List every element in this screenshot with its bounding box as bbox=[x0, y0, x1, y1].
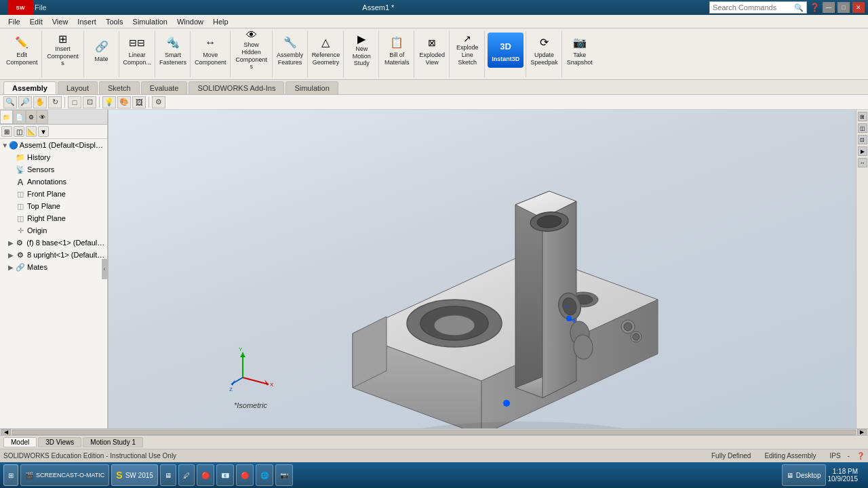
tree-item-top-plane[interactable]: ◫ Top Plane bbox=[0, 200, 107, 212]
instant3d-button[interactable]: 3D Instant3D bbox=[488, 33, 524, 68]
right-btn-5[interactable]: ↔ bbox=[858, 158, 867, 167]
right-btn-3[interactable]: ⊡ bbox=[858, 135, 867, 144]
taskbar-desktop[interactable]: 🖥 Desktop bbox=[782, 464, 826, 486]
tree-tab-feature[interactable]: 📁 bbox=[0, 110, 13, 124]
show-hidden-button[interactable]: 👁 ShowHiddenComponents bbox=[233, 33, 270, 68]
right-btn-2[interactable]: ◫ bbox=[858, 123, 867, 133]
taskbar-outlook[interactable]: 📧 bbox=[216, 464, 234, 486]
tree-item-origin[interactable]: ✛ Origin bbox=[0, 224, 107, 237]
assembly-features-button[interactable]: 🔧 AssemblyFeatures bbox=[275, 33, 305, 68]
menu-window[interactable]: Window bbox=[172, 16, 208, 27]
tree-tab-display[interactable]: 👁 bbox=[37, 110, 48, 124]
update-speedpak-button[interactable]: ⟳ UpdateSpeedpak bbox=[529, 33, 559, 68]
minimize-button[interactable]: — bbox=[823, 2, 835, 13]
tab-assembly[interactable]: Assembly bbox=[3, 81, 56, 94]
filter-btn-2[interactable]: ◫ bbox=[14, 126, 24, 137]
take-snapshot-button[interactable]: 📷 TakeSnapshot bbox=[565, 33, 595, 68]
search-box[interactable]: 🔍 bbox=[709, 1, 807, 14]
new-motion-button[interactable]: ▶ NewMotionStudy bbox=[347, 33, 376, 68]
taskbar-start[interactable]: ⊞ bbox=[3, 464, 18, 486]
menu-simulation[interactable]: Simulation bbox=[128, 16, 172, 27]
taskbar-screencast[interactable]: 🎬 SCREENCAST-O-MATIC bbox=[20, 464, 109, 486]
tree-collapse-handle[interactable]: ‹ bbox=[102, 259, 107, 279]
reference-geometry-button[interactable]: △ ReferenceGeometry bbox=[311, 33, 342, 68]
bottom-tab-motion-study[interactable]: Motion Study 1 bbox=[83, 437, 143, 447]
filter-btn-4[interactable]: ▼ bbox=[38, 126, 49, 137]
show-hidden-icon: 👁 bbox=[242, 29, 261, 41]
lights-icon[interactable]: 💡 bbox=[102, 96, 116, 108]
taskbar-app2[interactable]: 🔴 bbox=[236, 464, 254, 486]
app2-icon: 🔴 bbox=[241, 472, 249, 479]
maximize-button[interactable]: □ bbox=[837, 2, 850, 13]
section-view-icon[interactable]: ⊡ bbox=[83, 96, 96, 108]
appearance-icon[interactable]: 🎨 bbox=[117, 96, 131, 108]
rotate-icon[interactable]: ↻ bbox=[48, 96, 62, 108]
h-scrollbar[interactable]: ◀ ▶ bbox=[0, 428, 868, 435]
svg-marker-28 bbox=[240, 352, 245, 357]
help-icon[interactable]: ❓ bbox=[810, 3, 820, 12]
screencast-icon: 🎬 bbox=[25, 472, 33, 479]
tab-solidworks-addins[interactable]: SOLIDWORKS Add-Ins bbox=[189, 81, 284, 94]
feature-tree: 📁 📄 ⚙ 👁 ⊞ ◫ 📐 ▼ ▼ 🔵 Assem1 (De bbox=[0, 110, 108, 428]
tree-item-history[interactable]: 📁 History bbox=[0, 151, 107, 163]
right-btn-1[interactable]: ⊞ bbox=[858, 112, 867, 121]
tree-tab-property[interactable]: 📄 bbox=[13, 110, 26, 124]
taskbar-chrome[interactable]: 🌐 bbox=[256, 464, 273, 486]
search-input[interactable] bbox=[713, 3, 794, 12]
viewport[interactable]: ↑ ↑ ↖ X Y Z bbox=[108, 110, 868, 428]
edit-component-button[interactable]: ✏️ EditComponent bbox=[5, 33, 39, 68]
menu-help[interactable]: Help bbox=[208, 16, 233, 27]
tool-group-instant3d: 3D Instant3D bbox=[486, 31, 526, 77]
bottom-tab-3dviews[interactable]: 3D Views bbox=[38, 437, 81, 447]
pan-icon[interactable]: ✋ bbox=[33, 96, 47, 108]
close-button[interactable]: ✕ bbox=[852, 2, 865, 13]
move-component-button[interactable]: ↔ MoveComponent bbox=[193, 33, 228, 68]
display-mode-icon[interactable]: □ bbox=[68, 96, 81, 108]
tool-group-assembly: 🔧 AssemblyFeatures bbox=[273, 31, 308, 77]
taskbar-onenote[interactable]: 🖊 bbox=[178, 464, 195, 486]
linear-component-button[interactable]: ⊟⊟ LinearCompon... bbox=[122, 33, 153, 68]
toolbar-main: ✏️ EditComponent ⊞ InsertComponents 🔗 Ma… bbox=[0, 28, 868, 80]
taskbar-app1[interactable]: 🔴 bbox=[197, 464, 214, 486]
tab-layout[interactable]: Layout bbox=[58, 81, 98, 94]
title-bar-menu-file[interactable]: File bbox=[35, 3, 47, 12]
taskbar-sw2015[interactable]: S SW 2015 bbox=[111, 464, 157, 486]
menu-insert[interactable]: Insert bbox=[73, 16, 101, 27]
scroll-right-btn[interactable]: ▶ bbox=[857, 429, 867, 436]
scroll-thumb[interactable] bbox=[12, 430, 856, 435]
tree-item-assem1[interactable]: ▼ 🔵 Assem1 (Default<Display Sta bbox=[0, 139, 107, 151]
tree-item-mates[interactable]: ▶ 🔗 Mates bbox=[0, 261, 107, 273]
exploded-view-button[interactable]: ⊠ ExplodedView bbox=[417, 33, 447, 68]
tab-simulation[interactable]: Simulation bbox=[285, 81, 338, 94]
tree-item-annotations[interactable]: A Annotations bbox=[0, 176, 107, 188]
insert-components-button[interactable]: ⊞ InsertComponents bbox=[45, 33, 81, 68]
status-help-icon[interactable]: ❓ bbox=[856, 452, 865, 460]
tab-sketch[interactable]: Sketch bbox=[99, 81, 140, 94]
zoom-out-icon[interactable]: 🔎 bbox=[18, 96, 32, 108]
tree-item-upright[interactable]: ▶ ⚙ 8 upright<1> (Default<< bbox=[0, 249, 107, 261]
smart-fasteners-button[interactable]: 🔩 SmartFasteners bbox=[158, 33, 188, 68]
scroll-left-btn[interactable]: ◀ bbox=[1, 429, 11, 436]
menu-view[interactable]: View bbox=[47, 16, 73, 27]
taskbar-camera[interactable]: 📷 bbox=[275, 464, 293, 486]
menu-file[interactable]: File bbox=[3, 16, 25, 27]
tree-item-sensors[interactable]: 📡 Sensors bbox=[0, 163, 107, 176]
right-btn-4[interactable]: ▶ bbox=[858, 146, 867, 156]
filter-btn-1[interactable]: ⊞ bbox=[1, 126, 12, 137]
scene-icon[interactable]: 🖼 bbox=[132, 96, 146, 108]
zoom-in-icon[interactable]: 🔍 bbox=[3, 96, 17, 108]
bill-materials-button[interactable]: 📋 Bill ofMaterials bbox=[382, 33, 412, 68]
bottom-tab-model[interactable]: Model bbox=[3, 437, 37, 447]
menu-tools[interactable]: Tools bbox=[101, 16, 128, 27]
mate-button[interactable]: 🔗 Mate bbox=[87, 33, 117, 68]
explode-line-button[interactable]: ↗ ExplodeLineSketch bbox=[452, 33, 482, 68]
taskbar-explorer[interactable]: 🖥 bbox=[160, 464, 176, 486]
filter-btn-3[interactable]: 📐 bbox=[26, 126, 37, 137]
tree-item-front-plane[interactable]: ◫ Front Plane bbox=[0, 188, 107, 200]
tree-item-right-plane[interactable]: ◫ Right Plane bbox=[0, 212, 107, 224]
menu-edit[interactable]: Edit bbox=[25, 16, 47, 27]
tree-item-base[interactable]: ▶ ⚙ (f) 8 base<1> (Default<< bbox=[0, 237, 107, 249]
tab-evaluate[interactable]: Evaluate bbox=[141, 81, 188, 94]
view-settings-icon[interactable]: ⚙ bbox=[152, 96, 165, 108]
tree-tab-config[interactable]: ⚙ bbox=[26, 110, 37, 124]
